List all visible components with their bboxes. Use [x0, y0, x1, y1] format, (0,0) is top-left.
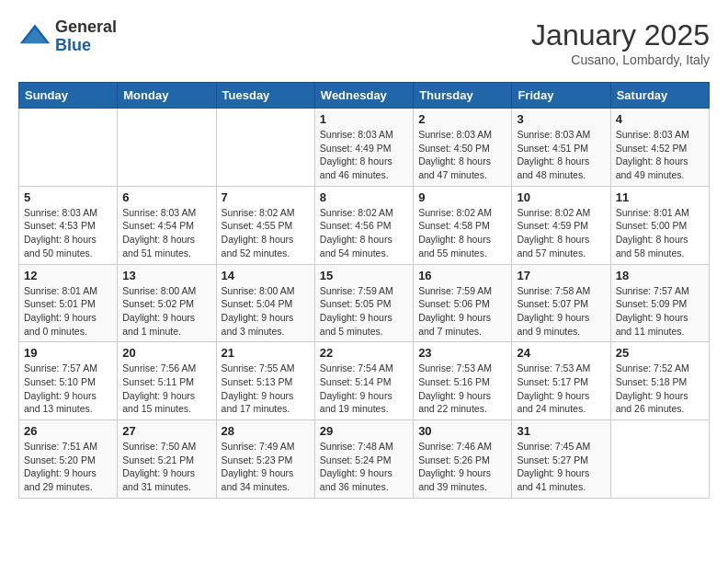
- day-cell: [610, 420, 709, 499]
- day-info: Sunrise: 7:59 AM Sunset: 5:05 PM Dayligh…: [320, 284, 408, 339]
- day-number: 14: [222, 269, 310, 282]
- day-info: Sunrise: 8:03 AM Sunset: 4:51 PM Dayligh…: [517, 128, 605, 182]
- day-number: 18: [616, 269, 704, 282]
- header-row: SundayMondayTuesdayWednesdayThursdayFrid…: [19, 83, 710, 109]
- calendar-header: SundayMondayTuesdayWednesdayThursdayFrid…: [19, 83, 710, 109]
- week-row-0: 1Sunrise: 8:03 AM Sunset: 4:49 PM Daylig…: [19, 109, 710, 187]
- day-cell: 15Sunrise: 7:59 AM Sunset: 5:05 PM Dayli…: [314, 264, 413, 342]
- day-cell: 8Sunrise: 8:02 AM Sunset: 4:56 PM Daylig…: [314, 186, 413, 264]
- header-sunday: Sunday: [19, 83, 118, 109]
- day-number: 7: [222, 190, 310, 204]
- day-number: 4: [616, 112, 704, 126]
- day-info: Sunrise: 8:03 AM Sunset: 4:52 PM Dayligh…: [616, 128, 704, 182]
- day-info: Sunrise: 7:53 AM Sunset: 5:16 PM Dayligh…: [418, 362, 506, 416]
- title-block: January 2025 Cusano, Lombardy, Italy: [531, 18, 710, 67]
- day-info: Sunrise: 8:01 AM Sunset: 5:00 PM Dayligh…: [616, 206, 704, 260]
- day-number: 23: [418, 346, 506, 360]
- day-info: Sunrise: 7:45 AM Sunset: 5:27 PM Dayligh…: [517, 440, 605, 494]
- header-saturday: Saturday: [610, 83, 709, 109]
- day-number: 12: [24, 269, 112, 282]
- day-info: Sunrise: 7:52 AM Sunset: 5:18 PM Dayligh…: [616, 362, 704, 416]
- day-info: Sunrise: 7:54 AM Sunset: 5:14 PM Dayligh…: [320, 362, 408, 416]
- day-info: Sunrise: 8:03 AM Sunset: 4:54 PM Dayligh…: [122, 206, 210, 260]
- logo-icon: [18, 20, 51, 53]
- calendar-table: SundayMondayTuesdayWednesdayThursdayFrid…: [18, 82, 710, 499]
- day-info: Sunrise: 8:01 AM Sunset: 5:01 PM Dayligh…: [24, 284, 112, 339]
- day-number: 29: [320, 424, 408, 438]
- day-info: Sunrise: 7:53 AM Sunset: 5:17 PM Dayligh…: [517, 362, 605, 416]
- day-number: 22: [320, 346, 408, 360]
- day-number: 24: [517, 346, 605, 360]
- day-cell: 10Sunrise: 8:02 AM Sunset: 4:59 PM Dayli…: [512, 186, 610, 264]
- location: Cusano, Lombardy, Italy: [531, 52, 710, 67]
- day-cell: 1Sunrise: 8:03 AM Sunset: 4:49 PM Daylig…: [314, 109, 413, 187]
- day-info: Sunrise: 7:59 AM Sunset: 5:06 PM Dayligh…: [418, 284, 506, 339]
- day-cell: 13Sunrise: 8:00 AM Sunset: 5:02 PM Dayli…: [118, 264, 216, 342]
- day-number: 19: [24, 346, 112, 360]
- day-info: Sunrise: 7:49 AM Sunset: 5:23 PM Dayligh…: [222, 440, 310, 494]
- day-number: 15: [320, 269, 408, 282]
- day-cell: 7Sunrise: 8:02 AM Sunset: 4:55 PM Daylig…: [216, 186, 314, 264]
- day-cell: 3Sunrise: 8:03 AM Sunset: 4:51 PM Daylig…: [512, 109, 610, 187]
- logo-line2: Blue: [55, 37, 117, 55]
- day-info: Sunrise: 8:03 AM Sunset: 4:49 PM Dayligh…: [320, 128, 408, 182]
- day-number: 20: [122, 346, 210, 360]
- day-info: Sunrise: 7:46 AM Sunset: 5:26 PM Dayligh…: [418, 440, 506, 494]
- day-cell: 14Sunrise: 8:00 AM Sunset: 5:04 PM Dayli…: [216, 264, 314, 342]
- day-info: Sunrise: 8:02 AM Sunset: 4:58 PM Dayligh…: [418, 206, 506, 260]
- day-number: 9: [418, 190, 506, 204]
- day-number: 28: [222, 424, 310, 438]
- day-cell: 17Sunrise: 7:58 AM Sunset: 5:07 PM Dayli…: [512, 264, 610, 342]
- day-cell: [216, 109, 314, 187]
- header-thursday: Thursday: [414, 83, 512, 109]
- day-info: Sunrise: 8:00 AM Sunset: 5:04 PM Dayligh…: [222, 284, 310, 339]
- day-number: 8: [320, 190, 408, 204]
- day-number: 5: [24, 190, 112, 204]
- day-info: Sunrise: 7:48 AM Sunset: 5:24 PM Dayligh…: [320, 440, 408, 494]
- day-cell: 27Sunrise: 7:50 AM Sunset: 5:21 PM Dayli…: [118, 420, 216, 499]
- day-cell: 12Sunrise: 8:01 AM Sunset: 5:01 PM Dayli…: [19, 264, 118, 342]
- day-cell: [118, 109, 216, 187]
- day-cell: 19Sunrise: 7:57 AM Sunset: 5:10 PM Dayli…: [19, 342, 118, 420]
- week-row-2: 12Sunrise: 8:01 AM Sunset: 5:01 PM Dayli…: [19, 264, 710, 342]
- day-cell: [19, 109, 118, 187]
- day-number: 26: [24, 424, 112, 438]
- day-info: Sunrise: 7:57 AM Sunset: 5:09 PM Dayligh…: [616, 284, 704, 339]
- day-number: 31: [517, 424, 605, 438]
- day-number: 21: [222, 346, 310, 360]
- day-number: 27: [122, 424, 210, 438]
- day-cell: 25Sunrise: 7:52 AM Sunset: 5:18 PM Dayli…: [610, 342, 709, 420]
- day-number: 13: [122, 269, 210, 282]
- day-cell: 16Sunrise: 7:59 AM Sunset: 5:06 PM Dayli…: [414, 264, 512, 342]
- day-cell: 28Sunrise: 7:49 AM Sunset: 5:23 PM Dayli…: [216, 420, 314, 499]
- week-row-4: 26Sunrise: 7:51 AM Sunset: 5:20 PM Dayli…: [19, 420, 710, 499]
- day-number: 3: [517, 112, 605, 126]
- day-info: Sunrise: 7:51 AM Sunset: 5:20 PM Dayligh…: [24, 440, 112, 494]
- day-info: Sunrise: 8:02 AM Sunset: 4:56 PM Dayligh…: [320, 206, 408, 260]
- day-cell: 2Sunrise: 8:03 AM Sunset: 4:50 PM Daylig…: [414, 109, 512, 187]
- day-cell: 5Sunrise: 8:03 AM Sunset: 4:53 PM Daylig…: [19, 186, 118, 264]
- day-cell: 20Sunrise: 7:56 AM Sunset: 5:11 PM Dayli…: [118, 342, 216, 420]
- logo: General Blue: [18, 18, 117, 55]
- day-info: Sunrise: 8:03 AM Sunset: 4:53 PM Dayligh…: [24, 206, 112, 260]
- day-number: 30: [418, 424, 506, 438]
- header-friday: Friday: [512, 83, 610, 109]
- day-cell: 31Sunrise: 7:45 AM Sunset: 5:27 PM Dayli…: [512, 420, 610, 499]
- day-cell: 4Sunrise: 8:03 AM Sunset: 4:52 PM Daylig…: [610, 109, 709, 187]
- day-cell: 24Sunrise: 7:53 AM Sunset: 5:17 PM Dayli…: [512, 342, 610, 420]
- page-header: General Blue January 2025 Cusano, Lombar…: [18, 18, 710, 67]
- day-number: 16: [418, 269, 506, 282]
- day-number: 10: [517, 190, 605, 204]
- day-info: Sunrise: 7:58 AM Sunset: 5:07 PM Dayligh…: [517, 284, 605, 339]
- day-cell: 18Sunrise: 7:57 AM Sunset: 5:09 PM Dayli…: [610, 264, 709, 342]
- week-row-1: 5Sunrise: 8:03 AM Sunset: 4:53 PM Daylig…: [19, 186, 710, 264]
- week-row-3: 19Sunrise: 7:57 AM Sunset: 5:10 PM Dayli…: [19, 342, 710, 420]
- day-cell: 21Sunrise: 7:55 AM Sunset: 5:13 PM Dayli…: [216, 342, 314, 420]
- day-info: Sunrise: 7:55 AM Sunset: 5:13 PM Dayligh…: [222, 362, 310, 416]
- header-wednesday: Wednesday: [314, 83, 413, 109]
- day-cell: 30Sunrise: 7:46 AM Sunset: 5:26 PM Dayli…: [414, 420, 512, 499]
- day-info: Sunrise: 7:56 AM Sunset: 5:11 PM Dayligh…: [122, 362, 210, 416]
- logo-line1: General: [55, 18, 117, 37]
- day-info: Sunrise: 8:02 AM Sunset: 4:55 PM Dayligh…: [222, 206, 310, 260]
- day-cell: 22Sunrise: 7:54 AM Sunset: 5:14 PM Dayli…: [314, 342, 413, 420]
